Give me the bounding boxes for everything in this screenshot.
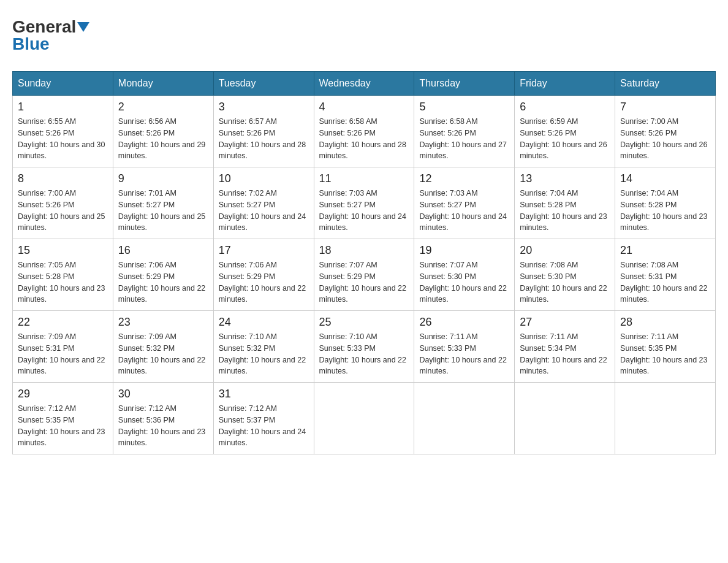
- day-info: Sunrise: 7:00 AMSunset: 5:26 PMDaylight:…: [620, 116, 710, 162]
- day-info: Sunrise: 7:01 AMSunset: 5:27 PMDaylight:…: [118, 188, 208, 234]
- day-info: Sunrise: 7:08 AMSunset: 5:30 PMDaylight:…: [520, 259, 610, 305]
- page-header: General Blue: [12, 12, 716, 59]
- calendar-header-thursday: Thursday: [414, 72, 515, 96]
- day-number: 18: [319, 244, 409, 257]
- calendar-cell: 7 Sunrise: 7:00 AMSunset: 5:26 PMDayligh…: [615, 96, 716, 167]
- day-number: 13: [520, 172, 610, 185]
- calendar-cell: 22 Sunrise: 7:09 AMSunset: 5:31 PMDaylig…: [13, 311, 113, 383]
- calendar-cell: 11 Sunrise: 7:03 AMSunset: 5:27 PMDaylig…: [314, 167, 414, 239]
- day-number: 19: [419, 244, 509, 257]
- calendar-cell: 18 Sunrise: 7:07 AMSunset: 5:29 PMDaylig…: [314, 239, 414, 311]
- calendar-cell: 24 Sunrise: 7:10 AMSunset: 5:32 PMDaylig…: [213, 311, 314, 383]
- day-number: 17: [219, 244, 309, 257]
- calendar-week-4: 22 Sunrise: 7:09 AMSunset: 5:31 PMDaylig…: [13, 311, 716, 383]
- day-info: Sunrise: 7:11 AMSunset: 5:35 PMDaylight:…: [620, 331, 710, 377]
- day-info: Sunrise: 7:11 AMSunset: 5:34 PMDaylight:…: [520, 331, 610, 377]
- day-info: Sunrise: 7:12 AMSunset: 5:35 PMDaylight:…: [18, 403, 108, 449]
- day-info: Sunrise: 7:03 AMSunset: 5:27 PMDaylight:…: [319, 188, 409, 234]
- day-info: Sunrise: 7:05 AMSunset: 5:28 PMDaylight:…: [18, 259, 108, 305]
- calendar-cell: 25 Sunrise: 7:10 AMSunset: 5:33 PMDaylig…: [314, 311, 414, 383]
- day-number: 4: [319, 101, 409, 113]
- calendar-cell: [615, 383, 716, 454]
- calendar-cell: 12 Sunrise: 7:03 AMSunset: 5:27 PMDaylig…: [414, 167, 515, 239]
- calendar-cell: 30 Sunrise: 7:12 AMSunset: 5:36 PMDaylig…: [113, 383, 213, 454]
- calendar-week-1: 1 Sunrise: 6:55 AMSunset: 5:26 PMDayligh…: [13, 96, 716, 167]
- day-number: 1: [18, 101, 108, 113]
- calendar-cell: 13 Sunrise: 7:04 AMSunset: 5:28 PMDaylig…: [515, 167, 615, 239]
- day-number: 22: [18, 316, 108, 329]
- calendar-cell: 23 Sunrise: 7:09 AMSunset: 5:32 PMDaylig…: [113, 311, 213, 383]
- logo: General Blue: [12, 18, 89, 53]
- calendar-cell: 21 Sunrise: 7:08 AMSunset: 5:31 PMDaylig…: [615, 239, 716, 311]
- day-number: 20: [520, 244, 610, 257]
- day-number: 30: [118, 388, 208, 400]
- day-number: 31: [219, 388, 309, 400]
- day-info: Sunrise: 6:58 AMSunset: 5:26 PMDaylight:…: [319, 116, 409, 162]
- day-number: 11: [319, 172, 409, 185]
- day-info: Sunrise: 6:55 AMSunset: 5:26 PMDaylight:…: [18, 116, 108, 162]
- day-info: Sunrise: 7:10 AMSunset: 5:32 PMDaylight:…: [219, 331, 309, 377]
- day-info: Sunrise: 6:59 AMSunset: 5:26 PMDaylight:…: [520, 116, 610, 162]
- calendar-cell: 1 Sunrise: 6:55 AMSunset: 5:26 PMDayligh…: [13, 96, 113, 167]
- calendar-week-2: 8 Sunrise: 7:00 AMSunset: 5:26 PMDayligh…: [13, 167, 716, 239]
- calendar-cell: 16 Sunrise: 7:06 AMSunset: 5:29 PMDaylig…: [113, 239, 213, 311]
- day-info: Sunrise: 7:00 AMSunset: 5:26 PMDaylight:…: [18, 188, 108, 234]
- calendar-cell: 14 Sunrise: 7:04 AMSunset: 5:28 PMDaylig…: [615, 167, 716, 239]
- calendar-cell: 4 Sunrise: 6:58 AMSunset: 5:26 PMDayligh…: [314, 96, 414, 167]
- calendar-table: SundayMondayTuesdayWednesdayThursdayFrid…: [12, 71, 716, 454]
- day-number: 29: [18, 388, 108, 400]
- day-number: 16: [118, 244, 208, 257]
- day-info: Sunrise: 7:03 AMSunset: 5:27 PMDaylight:…: [419, 188, 509, 234]
- calendar-cell: 20 Sunrise: 7:08 AMSunset: 5:30 PMDaylig…: [515, 239, 615, 311]
- day-info: Sunrise: 6:56 AMSunset: 5:26 PMDaylight:…: [118, 116, 208, 162]
- day-number: 12: [419, 172, 509, 185]
- calendar-week-3: 15 Sunrise: 7:05 AMSunset: 5:28 PMDaylig…: [13, 239, 716, 311]
- calendar-cell: 26 Sunrise: 7:11 AMSunset: 5:33 PMDaylig…: [414, 311, 515, 383]
- day-number: 21: [620, 244, 710, 257]
- calendar-cell: 27 Sunrise: 7:11 AMSunset: 5:34 PMDaylig…: [515, 311, 615, 383]
- day-number: 9: [118, 172, 208, 185]
- calendar-cell: 9 Sunrise: 7:01 AMSunset: 5:27 PMDayligh…: [113, 167, 213, 239]
- calendar-header-friday: Friday: [515, 72, 615, 96]
- day-info: Sunrise: 6:57 AMSunset: 5:26 PMDaylight:…: [219, 116, 309, 162]
- day-info: Sunrise: 7:12 AMSunset: 5:36 PMDaylight:…: [118, 403, 208, 449]
- calendar-cell: [314, 383, 414, 454]
- day-info: Sunrise: 7:07 AMSunset: 5:30 PMDaylight:…: [419, 259, 509, 305]
- day-info: Sunrise: 7:08 AMSunset: 5:31 PMDaylight:…: [620, 259, 710, 305]
- day-number: 15: [18, 244, 108, 257]
- day-info: Sunrise: 7:06 AMSunset: 5:29 PMDaylight:…: [219, 259, 309, 305]
- day-number: 14: [620, 172, 710, 185]
- logo-blue-text: Blue: [12, 36, 89, 53]
- calendar-header-tuesday: Tuesday: [213, 72, 314, 96]
- day-number: 7: [620, 101, 710, 113]
- calendar-cell: 6 Sunrise: 6:59 AMSunset: 5:26 PMDayligh…: [515, 96, 615, 167]
- calendar-cell: 17 Sunrise: 7:06 AMSunset: 5:29 PMDaylig…: [213, 239, 314, 311]
- day-number: 23: [118, 316, 208, 329]
- day-info: Sunrise: 7:09 AMSunset: 5:31 PMDaylight:…: [18, 331, 108, 377]
- day-info: Sunrise: 7:02 AMSunset: 5:27 PMDaylight:…: [219, 188, 309, 234]
- logo-triangle-icon: [77, 22, 89, 32]
- calendar-header-monday: Monday: [113, 72, 213, 96]
- day-number: 8: [18, 172, 108, 185]
- calendar-cell: 5 Sunrise: 6:58 AMSunset: 5:26 PMDayligh…: [414, 96, 515, 167]
- calendar-cell: 3 Sunrise: 6:57 AMSunset: 5:26 PMDayligh…: [213, 96, 314, 167]
- calendar-header-sunday: Sunday: [13, 72, 113, 96]
- logo-general-text: General: [12, 18, 76, 36]
- day-info: Sunrise: 6:58 AMSunset: 5:26 PMDaylight:…: [419, 116, 509, 162]
- day-number: 2: [118, 101, 208, 113]
- day-number: 24: [219, 316, 309, 329]
- calendar-cell: 10 Sunrise: 7:02 AMSunset: 5:27 PMDaylig…: [213, 167, 314, 239]
- calendar-cell: 15 Sunrise: 7:05 AMSunset: 5:28 PMDaylig…: [13, 239, 113, 311]
- day-number: 6: [520, 101, 610, 113]
- day-info: Sunrise: 7:04 AMSunset: 5:28 PMDaylight:…: [620, 188, 710, 234]
- calendar-header-saturday: Saturday: [615, 72, 716, 96]
- day-number: 5: [419, 101, 509, 113]
- calendar-cell: 28 Sunrise: 7:11 AMSunset: 5:35 PMDaylig…: [615, 311, 716, 383]
- day-info: Sunrise: 7:11 AMSunset: 5:33 PMDaylight:…: [419, 331, 509, 377]
- calendar-cell: [414, 383, 515, 454]
- day-number: 3: [219, 101, 309, 113]
- calendar-cell: [515, 383, 615, 454]
- calendar-header-wednesday: Wednesday: [314, 72, 414, 96]
- day-info: Sunrise: 7:06 AMSunset: 5:29 PMDaylight:…: [118, 259, 208, 305]
- day-number: 25: [319, 316, 409, 329]
